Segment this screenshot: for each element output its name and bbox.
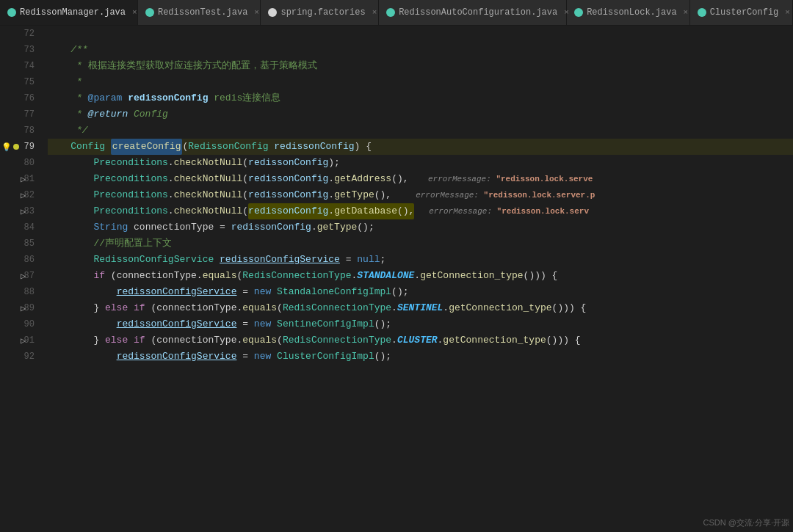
gutter-line-72: 72	[0, 26, 40, 42]
gutter-fold-89[interactable]: ▷	[21, 303, 26, 314]
code-line-85: //声明配置上下文	[48, 236, 793, 252]
gutter-line-86: 86	[0, 252, 40, 268]
code-line-76: * @param redissonConfig redis连接信息	[48, 90, 793, 106]
code-line-84: String connectionType = redissonConfig.g…	[48, 219, 793, 236]
tab-close[interactable]: ×	[132, 8, 137, 17]
gutter-line-74: 74	[0, 58, 40, 74]
method-highlight: createConfig	[111, 139, 183, 155]
gutter-line-77: 77	[0, 106, 40, 123]
gutter-line-85: 85	[0, 236, 40, 252]
tab-label: spring.factories	[280, 7, 365, 18]
tab-label: RedissonAutoConfiguration.java	[399, 7, 557, 18]
code-editor[interactable]: /** * 根据连接类型获取对应连接方式的配置，基于策略模式 * * @para…	[40, 26, 793, 532]
tab-label: RedissonManager.java	[20, 7, 126, 18]
tab-redissontest[interactable]: RedissonTest.java ×	[138, 0, 261, 25]
gutter-line-87: ▷ 87	[0, 268, 40, 284]
code-line-89: } else if (connectionType.equals(RedisCo…	[48, 300, 793, 316]
gutter-fold-83[interactable]: ▷	[21, 206, 26, 217]
gutter-line-92: 92	[0, 349, 40, 365]
gutter-fold-81[interactable]: ▷	[21, 174, 26, 185]
gutter-line-84: 84	[0, 219, 40, 236]
code-line-83: Preconditions.checkNotNull(redissonConfi…	[48, 203, 793, 219]
gutter-line-90: 90	[0, 316, 40, 332]
gutter-line-80: 80	[0, 155, 40, 171]
tab-icon-cluster	[698, 8, 706, 17]
code-line-78: */	[48, 123, 793, 139]
code-line-90: redissonConfigService = new SentineConfi…	[48, 316, 793, 332]
tab-icon-java2	[145, 8, 154, 17]
gutter-line-73: 73	[0, 42, 40, 58]
gutter-line-75: 75	[0, 74, 40, 90]
code-line-82: Preconditions.checkNotNull(redissonConfi…	[48, 187, 793, 203]
line-number-gutter: 72 73 74 75 76 77 78 💡 79 80 ▷ 81 ▷ 82	[0, 26, 40, 532]
gutter-line-88: 88	[0, 284, 40, 300]
code-line-75: *	[48, 74, 793, 90]
gutter-line-78: 78	[0, 123, 40, 139]
tab-close6[interactable]: ×	[785, 8, 790, 17]
gutter-fold-91[interactable]: ▷	[21, 335, 26, 346]
gutter-line-89: ▷ 89	[0, 300, 40, 316]
gutter-lightbulb[interactable]: 💡	[1, 142, 12, 152]
code-line-79: Config createConfig(RedissonConfig redis…	[48, 139, 793, 155]
code-line-81: Preconditions.checkNotNull(redissonConfi…	[48, 171, 793, 187]
tab-bar: RedissonManager.java × RedissonTest.java…	[0, 0, 793, 26]
tab-icon-lock	[574, 8, 583, 17]
code-line-74: * 根据连接类型获取对应连接方式的配置，基于策略模式	[48, 58, 793, 74]
tab-close5[interactable]: ×	[684, 8, 689, 17]
tab-label: RedissonLock.java	[587, 7, 676, 18]
tab-label: ClusterConfig	[710, 7, 779, 18]
editor-area: 72 73 74 75 76 77 78 💡 79 80 ▷ 81 ▷ 82	[0, 26, 793, 532]
tab-redissonauto[interactable]: RedissonAutoConfiguration.java ×	[379, 0, 567, 25]
gutter-line-76: 76	[0, 90, 40, 106]
tab-close3[interactable]: ×	[372, 8, 377, 17]
code-line-86: RedissonConfigService redissonConfigServ…	[48, 252, 793, 268]
code-line-73: /**	[48, 42, 793, 58]
gutter-line-83: ▷ 83	[0, 203, 40, 219]
code-line-92: redissonConfigService = new ClusterConfi…	[48, 349, 793, 365]
gutter-line-91: ▷ 91	[0, 332, 40, 349]
code-line-91: } else if (connectionType.equals(RedisCo…	[48, 332, 793, 349]
tab-clusterconfig[interactable]: ClusterConfig ×	[690, 0, 793, 25]
code-line-87: if (connectionType.equals(RedisConnectio…	[48, 268, 793, 284]
watermark: CSDN @交流·分享·开源	[703, 517, 789, 528]
gutter-fold-87[interactable]: ▷	[21, 271, 26, 282]
tab-redissonmanager[interactable]: RedissonManager.java ×	[0, 0, 138, 25]
tab-icon-auto	[386, 8, 395, 17]
code-line-88: redissonConfigService = new StandaloneCo…	[48, 284, 793, 300]
tab-label: RedissonTest.java	[158, 7, 247, 18]
gutter-line-82: ▷ 82	[0, 187, 40, 203]
gutter-line-79: 💡 79	[0, 139, 40, 155]
tab-icon-factories	[268, 8, 277, 17]
gutter-warning-icon	[13, 144, 19, 150]
code-line-72	[48, 26, 793, 42]
gutter-line-81: ▷ 81	[0, 171, 40, 187]
gutter-fold-82[interactable]: ▷	[21, 190, 26, 201]
tab-redissonlock[interactable]: RedissonLock.java ×	[567, 0, 690, 25]
tab-close2[interactable]: ×	[254, 8, 259, 17]
code-line-80: Preconditions.checkNotNull(redissonConfi…	[48, 155, 793, 171]
code-line-77: * @return Config	[48, 106, 793, 123]
tab-icon-java	[7, 8, 16, 17]
tab-springfactories[interactable]: spring.factories ×	[261, 0, 379, 25]
